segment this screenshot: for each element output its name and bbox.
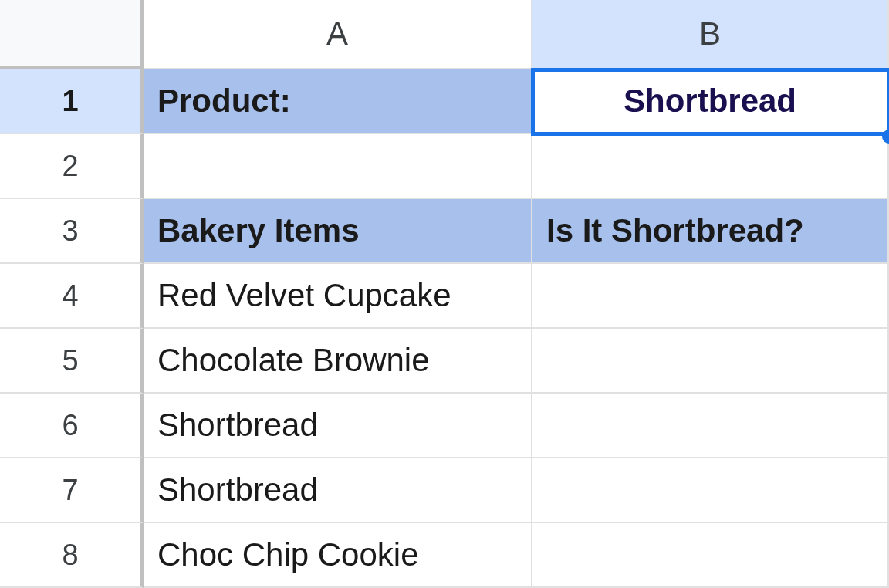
- cell-A3[interactable]: Bakery Items: [144, 199, 532, 264]
- row-header-3[interactable]: 3: [0, 199, 144, 264]
- cell-B7[interactable]: [532, 458, 889, 523]
- select-all-corner[interactable]: [0, 0, 144, 69]
- row-header-7[interactable]: 7: [0, 458, 144, 523]
- cell-A8[interactable]: Choc Chip Cookie: [144, 523, 532, 588]
- cell-A5[interactable]: Chocolate Brownie: [144, 329, 532, 394]
- spreadsheet-grid: A B 1 Product: Shortbread 2 3 Bakery Ite…: [0, 0, 889, 588]
- cell-B3[interactable]: Is It Shortbread?: [532, 199, 889, 264]
- cell-B6[interactable]: [532, 394, 889, 458]
- column-header-A[interactable]: A: [144, 0, 532, 69]
- cell-B1[interactable]: Shortbread: [532, 69, 889, 134]
- row-header-5[interactable]: 5: [0, 329, 144, 394]
- row-header-2[interactable]: 2: [0, 134, 144, 199]
- cell-B2[interactable]: [532, 134, 889, 199]
- cell-A6[interactable]: Shortbread: [144, 394, 532, 458]
- row-header-1[interactable]: 1: [0, 69, 144, 134]
- cell-A2[interactable]: [144, 134, 532, 199]
- cell-B4[interactable]: [532, 264, 889, 329]
- row-header-8[interactable]: 8: [0, 523, 144, 588]
- cell-A1[interactable]: Product:: [144, 69, 532, 134]
- cell-B5[interactable]: [532, 329, 889, 394]
- cell-A7[interactable]: Shortbread: [144, 458, 532, 523]
- column-header-B[interactable]: B: [532, 0, 889, 69]
- row-header-6[interactable]: 6: [0, 394, 144, 458]
- cell-A4[interactable]: Red Velvet Cupcake: [144, 264, 532, 329]
- cell-B8[interactable]: [532, 523, 889, 588]
- row-header-4[interactable]: 4: [0, 264, 144, 329]
